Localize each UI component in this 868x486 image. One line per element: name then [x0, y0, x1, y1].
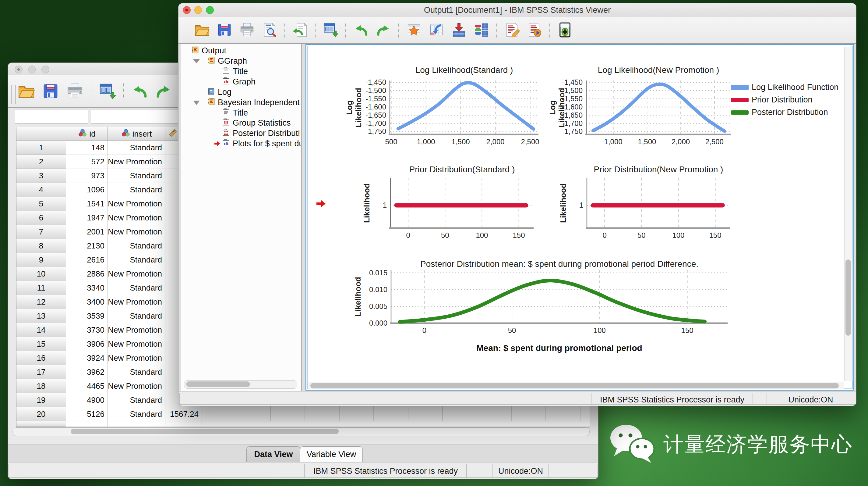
open-folder-icon[interactable]: [18, 82, 35, 100]
outline-item-group-statistics[interactable]: Group Statistics: [181, 118, 301, 128]
outline-item-ggraph[interactable]: GGraph: [181, 56, 301, 66]
column-header[interactable]: [17, 127, 66, 141]
undo-icon[interactable]: [131, 82, 148, 100]
cell-id[interactable]: 148: [66, 141, 108, 155]
row-number-cell[interactable]: 2: [17, 155, 66, 169]
row-number-cell[interactable]: 5: [17, 197, 66, 211]
row-number-cell[interactable]: 16: [17, 351, 66, 365]
outline-item-bayesian-independent[interactable]: Bayesian Independent: [181, 97, 301, 108]
column-header-insert[interactable]: insert: [108, 127, 165, 141]
open-folder-icon[interactable]: [194, 22, 210, 38]
scrollbar-thumb[interactable]: [71, 429, 339, 434]
cell-insert[interactable]: Standard: [108, 365, 165, 379]
row-number-cell[interactable]: 18: [17, 379, 66, 393]
outline-horizontal-scrollbar[interactable]: [184, 380, 297, 389]
row-number-cell[interactable]: 7: [17, 225, 66, 239]
cell-id[interactable]: 3962: [66, 365, 108, 379]
chart-loglik_new[interactable]: Log Likelihood(New Promotion )Log Likeli…: [513, 63, 744, 151]
cell-id[interactable]: 2886: [66, 267, 108, 281]
row-number-cell[interactable]: 13: [17, 309, 66, 323]
cell-id[interactable]: 2616: [66, 253, 108, 267]
redo-icon[interactable]: [375, 22, 391, 38]
variables-icon[interactable]: [474, 22, 490, 38]
row-number-cell[interactable]: 15: [17, 337, 66, 351]
cell-id[interactable]: 973: [66, 169, 108, 183]
save-icon[interactable]: [42, 82, 59, 100]
cell-insert[interactable]: Standard: [108, 239, 165, 253]
export-document-icon[interactable]: [292, 22, 308, 38]
cell-insert[interactable]: Standard: [108, 309, 165, 323]
outline-item-output[interactable]: Output: [181, 46, 301, 56]
tab-variable-view[interactable]: Variable View: [300, 446, 363, 462]
row-number-cell[interactable]: 10: [17, 267, 66, 281]
row-number-cell[interactable]: 12: [17, 295, 66, 309]
output-vertical-scrollbar[interactable]: [844, 47, 852, 381]
cell-insert[interactable]: Standard: [108, 253, 165, 267]
cell-insert[interactable]: New Promotion: [108, 211, 165, 225]
cell-id[interactable]: 572: [66, 155, 108, 169]
cell-id[interactable]: 3730: [66, 323, 108, 337]
cell-id[interactable]: 3906: [66, 337, 108, 351]
cell-id[interactable]: 3924: [66, 351, 108, 365]
tab-data-view[interactable]: Data View: [246, 446, 301, 462]
output-window-icon[interactable]: [322, 22, 338, 38]
outline-item-title[interactable]: Title: [181, 108, 301, 118]
row-number-cell[interactable]: 17: [17, 365, 66, 379]
outline-item-graph[interactable]: Graph: [181, 77, 301, 87]
cell-insert[interactable]: Standard: [108, 281, 165, 295]
outline-item-plots-for-spent-du[interactable]: Plots for $ spent du: [181, 138, 301, 149]
print-icon[interactable]: [239, 22, 255, 38]
row-number-cell[interactable]: 4: [17, 183, 66, 197]
cell-insert[interactable]: Standard: [108, 169, 165, 183]
cell-insert[interactable]: Standard: [108, 141, 165, 155]
designate-window-icon[interactable]: [557, 22, 573, 38]
cell-insert[interactable]: New Promotion: [108, 351, 165, 365]
save-icon[interactable]: [217, 22, 232, 38]
data-horizontal-scrollbar[interactable]: [12, 427, 590, 436]
chart-posterior_diff[interactable]: Posterior Distribution mean: $ spent dur…: [324, 258, 763, 349]
column-header-id[interactable]: id: [66, 127, 108, 141]
outline-item-log[interactable]: Log: [181, 87, 301, 97]
cell-id[interactable]: 4465: [66, 379, 108, 393]
output-horizontal-scrollbar[interactable]: [308, 382, 844, 389]
cell-id[interactable]: 1541: [66, 197, 108, 211]
edit-document-icon[interactable]: [504, 22, 520, 38]
row-number-cell[interactable]: 20: [17, 407, 66, 421]
cell-id[interactable]: 5126: [66, 407, 108, 421]
zoom-button[interactable]: [41, 65, 49, 74]
cell-id[interactable]: 2130: [66, 239, 108, 253]
cell-reference-box[interactable]: [15, 109, 88, 124]
scrollbar-thumb[interactable]: [186, 381, 250, 387]
cell-id[interactable]: 1096: [66, 183, 108, 197]
chart-prior_new[interactable]: Prior Distribution(New Promotion )Likeli…: [521, 163, 746, 243]
viewer-titlebar[interactable]: Output1 [Document1] - IBM SPSS Statistic…: [179, 3, 856, 17]
cell-insert[interactable]: New Promotion: [108, 197, 165, 211]
cell-insert[interactable]: New Promotion: [108, 267, 165, 281]
print-preview-icon[interactable]: [261, 22, 277, 38]
cell-insert[interactable]: Standard: [108, 183, 165, 197]
row-number-cell[interactable]: 3: [17, 169, 66, 183]
row-number-cell[interactable]: 14: [17, 323, 66, 337]
close-button[interactable]: [14, 65, 23, 74]
scrollbar-thumb[interactable]: [310, 383, 839, 389]
minimize-button[interactable]: [28, 65, 36, 74]
cell-id[interactable]: 1947: [66, 211, 108, 225]
insert-data-icon[interactable]: [451, 22, 467, 38]
cell-insert[interactable]: New Promotion: [108, 295, 165, 309]
cell-id[interactable]: 3400: [66, 295, 108, 309]
cell-insert[interactable]: New Promotion: [108, 379, 165, 393]
goto-case-icon[interactable]: [429, 22, 444, 38]
cell-id[interactable]: 3340: [66, 281, 108, 295]
outline-item-posterior-distributi[interactable]: Posterior Distributi: [181, 128, 301, 138]
chart-loglik_standard[interactable]: Log Likelihood(Standard )Log Likelihood5…: [315, 63, 547, 151]
run-document-icon[interactable]: [527, 22, 542, 38]
row-number-cell[interactable]: 1: [17, 141, 66, 155]
cell-insert[interactable]: Standard: [108, 393, 165, 407]
cell-id[interactable]: 4900: [66, 393, 108, 407]
cell-id[interactable]: 2001: [66, 225, 108, 239]
chart-prior_standard[interactable]: Prior Distribution(Standard )Likelihood0…: [324, 163, 550, 243]
outline-item-title[interactable]: Title: [181, 66, 301, 77]
toolbar-drag-handle[interactable]: [11, 85, 16, 104]
cell-id[interactable]: 3539: [66, 309, 108, 323]
scrollbar-thumb[interactable]: [845, 259, 851, 336]
